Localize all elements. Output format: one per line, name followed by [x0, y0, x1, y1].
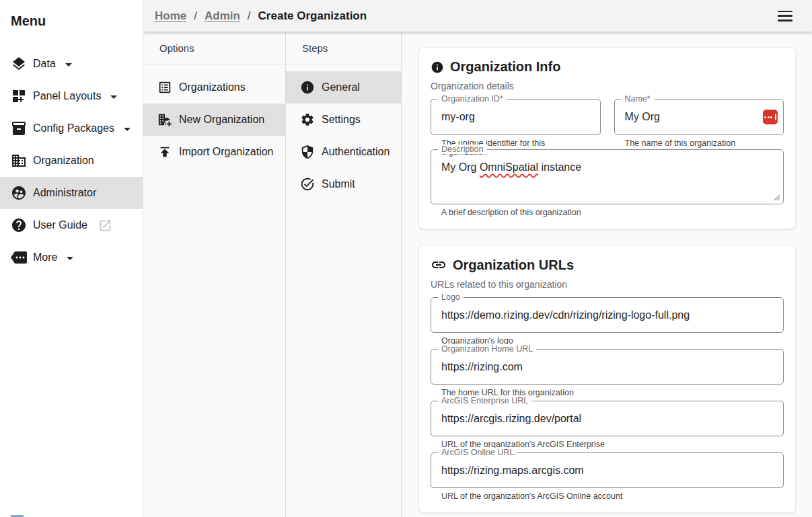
sidebar-item-label: Administrator	[33, 187, 96, 199]
gear-icon	[300, 112, 315, 127]
logo-input[interactable]	[431, 298, 783, 332]
sidebar-item-organization[interactable]: Organization	[0, 145, 143, 177]
upload-icon	[157, 145, 172, 159]
home-url-input[interactable]	[431, 350, 783, 384]
breadcrumb-separator: /	[194, 9, 197, 23]
steps-item-submit[interactable]: Submit	[286, 168, 401, 200]
options-item-new-organization[interactable]: New Organization	[143, 104, 285, 136]
app-window: Menu Data Panel Layouts Config Packages …	[0, 0, 812, 517]
sidebar-item-user-guide[interactable]: User Guide	[0, 209, 143, 241]
sidebar-item-label: Config Packages	[33, 122, 114, 134]
breadcrumb-home-link[interactable]: Home	[155, 9, 186, 23]
org-id-field-group: Organization ID* The unique identifier f…	[431, 99, 601, 149]
steps-item-label: Authentication	[322, 146, 390, 158]
logo-label: Logo	[438, 292, 464, 302]
name-field-group: Name* The name of this organization	[614, 99, 784, 149]
chevron-down-icon	[124, 128, 131, 131]
sidebar-item-label: User Guide	[33, 219, 87, 231]
sidebar-item-administrator[interactable]: Administrator	[0, 177, 143, 209]
building-icon	[11, 153, 27, 169]
options-item-label: Organizations	[179, 81, 246, 93]
card-subtitle: URLs related to this organization	[431, 279, 784, 290]
resize-handle[interactable]	[774, 194, 780, 201]
enterprise-url-field-group: ArcGIS Enterprise URL URL of the organiz…	[431, 401, 784, 449]
home-url-label: Organization Home URL	[438, 344, 536, 354]
organization-info-card: Organization Info Organization details O…	[418, 47, 796, 229]
sidebar-item-data[interactable]: Data	[0, 48, 143, 80]
main-content: Organization Info Organization details O…	[402, 32, 812, 517]
online-url-helper: URL of the organization's ArcGIS Online …	[441, 492, 784, 501]
password-manager-extension-icon[interactable]	[763, 110, 778, 124]
description-helper: A brief description of this organization	[441, 208, 784, 217]
chat-more-icon	[11, 249, 27, 266]
list-icon	[157, 80, 172, 95]
info-icon	[300, 80, 315, 95]
chevron-down-icon	[65, 63, 72, 67]
home-url-field-group: Organization Home URL The home URL for t…	[431, 349, 784, 397]
options-item-organizations[interactable]: Organizations	[143, 71, 285, 104]
steps-item-label: Settings	[322, 114, 361, 126]
online-url-input[interactable]	[431, 453, 783, 487]
top-bar: Home / Admin / Create Organization	[143, 0, 812, 32]
sidebar-item-label: Panel Layouts	[33, 90, 101, 102]
admin-users-icon	[11, 185, 27, 201]
options-panel: Options Organizations New Organization I…	[143, 32, 286, 517]
misspelled-word: OmniSpatial	[480, 161, 538, 173]
options-item-label: New Organization	[179, 114, 264, 126]
sidebar-item-panel-layouts[interactable]: Panel Layouts	[0, 80, 143, 112]
layers-icon	[11, 56, 27, 72]
sidebar-item-label: Data	[33, 58, 56, 70]
breadcrumb-admin-link[interactable]: Admin	[205, 9, 240, 23]
sidebar-item-config-packages[interactable]: Config Packages	[0, 112, 143, 145]
chevron-down-icon	[110, 95, 117, 99]
options-item-label: Import Organization	[179, 146, 274, 158]
check-circle-icon	[300, 177, 315, 192]
card-subtitle: Organization details	[431, 81, 784, 91]
link-icon	[431, 257, 447, 273]
description-label: Description	[438, 145, 487, 154]
logo-field-group: Logo Organization's logo	[431, 297, 784, 346]
online-url-field-group: ArcGIS Online URL URL of the organizatio…	[431, 452, 784, 501]
hamburger-menu-icon[interactable]	[778, 11, 792, 22]
breadcrumb: Home / Admin / Create Organization	[155, 9, 367, 23]
name-input[interactable]	[615, 100, 784, 134]
steps-item-label: General	[322, 81, 360, 93]
open-in-new-icon	[98, 218, 112, 233]
card-title: Organization URLs	[453, 257, 574, 273]
card-title: Organization Info	[450, 59, 560, 75]
steps-item-authentication[interactable]: Authentication	[286, 136, 401, 168]
sidebar-item-label: More	[33, 251, 57, 264]
options-panel-title: Options	[143, 32, 285, 65]
sidebar-title: Menu	[0, 0, 143, 29]
enterprise-url-input[interactable]	[431, 401, 783, 436]
building-add-icon	[157, 112, 172, 127]
steps-panel: Steps General Settings Authentication Su…	[286, 32, 402, 517]
org-id-input[interactable]	[431, 100, 600, 134]
name-helper: The name of this organization	[625, 139, 784, 148]
help-icon	[11, 217, 27, 233]
organization-urls-card: Organization URLs URLs related to this o…	[418, 245, 796, 513]
breadcrumb-separator: /	[248, 9, 251, 23]
steps-item-general[interactable]: General	[286, 71, 401, 104]
org-id-label: Organization ID*	[438, 94, 507, 104]
options-item-import-organization[interactable]: Import Organization	[143, 136, 285, 168]
sidebar-item-label: Organization	[33, 155, 94, 167]
name-label: Name*	[622, 94, 654, 104]
sidebar-item-more[interactable]: More	[0, 241, 143, 274]
package-icon	[11, 120, 27, 136]
sidebar-nav: Data Panel Layouts Config Packages Organ…	[0, 48, 143, 274]
shield-icon	[300, 145, 315, 159]
description-field-group: Description My Org OmniSpatial instance …	[431, 149, 784, 217]
online-url-label: ArcGIS Online URL	[438, 448, 517, 457]
breadcrumb-current: Create Organization	[258, 9, 367, 23]
steps-item-settings[interactable]: Settings	[286, 104, 401, 136]
info-icon	[431, 61, 444, 74]
steps-item-label: Submit	[322, 178, 355, 190]
enterprise-url-label: ArcGIS Enterprise URL	[438, 396, 531, 405]
sidebar: Menu Data Panel Layouts Config Packages …	[0, 0, 143, 517]
chevron-down-icon	[67, 257, 73, 260]
dashboard-add-icon	[11, 88, 27, 104]
steps-panel-title: Steps	[286, 32, 401, 65]
